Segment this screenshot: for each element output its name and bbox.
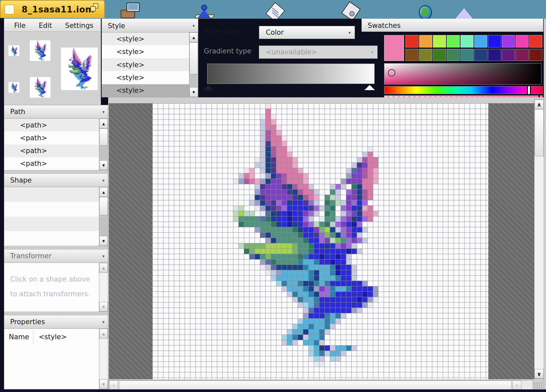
color-picker-cursor[interactable]	[388, 69, 395, 76]
swatch-0-4[interactable]	[460, 35, 474, 48]
preview-16px-alt[interactable]	[9, 82, 19, 93]
swatch-1-0[interactable]	[405, 49, 419, 61]
path-list-scrollbar[interactable]: ▲ ▼	[99, 119, 108, 170]
shape-empty-row-0[interactable]	[4, 187, 99, 202]
menu-edit[interactable]: Edit	[39, 22, 52, 29]
scrollbar-track[interactable]	[189, 74, 198, 87]
chevron-down-icon[interactable]: ▾	[102, 320, 105, 324]
properties-scrollbar[interactable]: ▲ ▼	[99, 329, 108, 389]
chevron-down-icon[interactable]: ▾	[102, 178, 105, 183]
scroll-down-button[interactable]: ▼	[99, 236, 108, 246]
panel-splitter[interactable]	[4, 246, 108, 249]
scroll-up-button[interactable]: ▲	[99, 263, 108, 273]
style-item-2[interactable]: <style>	[102, 58, 189, 71]
preview-32px-alt[interactable]	[30, 77, 50, 98]
hue-slider[interactable]	[384, 86, 543, 94]
style-item-3[interactable]: <style>	[102, 71, 189, 84]
path-item-0[interactable]: <path>	[4, 119, 99, 131]
swatch-0-8[interactable]	[516, 35, 529, 48]
canvas-vertical-scrollbar[interactable]: ∧ ∨	[534, 99, 544, 379]
scrollbar-track[interactable]	[99, 215, 108, 236]
scrollbar-track[interactable]	[99, 339, 108, 379]
style-item-1[interactable]: <style>	[102, 45, 189, 58]
resize-grip[interactable]	[533, 381, 543, 390]
scrollbar-thumb[interactable]	[119, 381, 512, 390]
scrollbar-thumb[interactable]	[189, 42, 198, 74]
swatch-1-3[interactable]	[447, 49, 460, 61]
shape-empty-row-2[interactable]	[4, 217, 99, 231]
style-item-4[interactable]: <style>	[102, 84, 189, 97]
swatch-0-6[interactable]	[488, 35, 501, 48]
prism-icon[interactable]	[455, 8, 474, 19]
swatch-1-5[interactable]	[474, 49, 487, 61]
hue-slider-cursor[interactable]	[527, 86, 531, 94]
gradient-preview-bar[interactable]	[207, 64, 375, 84]
swatch-0-1[interactable]	[419, 35, 432, 48]
swatch-1-7[interactable]	[502, 49, 515, 61]
style-list-scrollbar[interactable]: ▲ ▼	[189, 32, 198, 97]
preview-32px[interactable]	[30, 40, 50, 61]
disk-icon[interactable]	[344, 4, 362, 19]
shape-empty-row-3[interactable]	[4, 231, 99, 246]
path-item-1[interactable]: <path>	[4, 131, 99, 144]
panel-splitter[interactable]	[4, 170, 108, 173]
chevron-down-icon[interactable]: ▾	[102, 254, 105, 259]
style-item-0[interactable]: <style>	[102, 32, 189, 45]
scrollbar-thumb[interactable]	[99, 197, 108, 215]
document-icon[interactable]	[269, 5, 287, 19]
swatch-0-0[interactable]	[405, 35, 419, 48]
globe-icon[interactable]	[419, 5, 434, 19]
path-item-2[interactable]: <path>	[4, 145, 99, 157]
menu-file[interactable]: File	[14, 22, 26, 29]
scroll-left-button[interactable]: ‹	[109, 381, 118, 390]
scroll-down-button[interactable]: ∨	[535, 369, 544, 379]
copy-icon[interactable]	[90, 3, 99, 12]
workspace-icon[interactable]	[118, 3, 141, 19]
pixel-grid-canvas[interactable]	[152, 103, 488, 379]
swatch-1-6[interactable]	[488, 49, 501, 61]
scroll-down-button[interactable]: ▼	[189, 87, 198, 97]
chevron-down-icon[interactable]: ▾	[192, 23, 195, 28]
current-color-swatch[interactable]	[384, 35, 404, 61]
scroll-down-button[interactable]: ▼	[99, 160, 108, 170]
window-tab[interactable]: 8_1sasa11.iom	[0, 0, 105, 18]
scroll-down-button[interactable]: ▼	[99, 379, 108, 389]
transformer-scrollbar[interactable]: ▲ ▼	[99, 263, 108, 312]
scrollbar-thumb[interactable]	[99, 128, 108, 146]
swatch-0-5[interactable]	[474, 35, 487, 48]
scrollbar-thumb[interactable]	[535, 109, 544, 156]
swatch-1-8[interactable]	[516, 49, 529, 61]
shape-list-scrollbar[interactable]: ▲ ▼	[99, 187, 108, 246]
style-type-dropdown[interactable]: Color ▾	[259, 26, 355, 39]
preview-16px[interactable]	[9, 45, 19, 56]
chevron-down-icon[interactable]: ▾	[102, 109, 105, 114]
scroll-right-button[interactable]: ›	[512, 381, 521, 390]
preview-large[interactable]	[61, 48, 98, 90]
swatch-0-3[interactable]	[447, 35, 460, 48]
swatch-1-1[interactable]	[419, 49, 432, 61]
scroll-up-button[interactable]: ▲	[99, 187, 108, 197]
person-icon[interactable]	[197, 5, 215, 19]
swatch-1-2[interactable]	[433, 49, 446, 61]
scroll-down-button[interactable]: ▼	[99, 302, 108, 312]
swatch-0-7[interactable]	[502, 35, 515, 48]
gradient-stop-marker-right[interactable]	[364, 85, 375, 90]
swatch-0-2[interactable]	[433, 35, 446, 48]
swatch-0-9[interactable]	[529, 35, 542, 48]
scrollbar-track[interactable]	[99, 273, 108, 302]
canvas-horizontal-scrollbar[interactable]: ‹ ›	[109, 380, 533, 390]
scroll-up-button[interactable]: ▲	[189, 32, 198, 42]
property-row[interactable]: Name <style>	[4, 329, 99, 345]
scroll-up-button[interactable]: ∧	[535, 100, 544, 109]
gradient-stop-marker-left[interactable]	[203, 85, 213, 90]
scrollbar-track[interactable]	[535, 156, 544, 369]
shape-empty-row-1[interactable]	[4, 202, 99, 217]
saturation-value-picker[interactable]	[384, 63, 541, 85]
scroll-up-button[interactable]: ▲	[99, 329, 108, 339]
scrollbar-track[interactable]	[99, 146, 108, 160]
panel-splitter[interactable]	[4, 312, 108, 315]
path-item-3[interactable]: <path>	[4, 157, 99, 170]
scroll-up-button[interactable]: ▲	[99, 119, 108, 128]
swatch-1-4[interactable]	[460, 49, 474, 61]
swatch-1-9[interactable]	[529, 49, 542, 61]
